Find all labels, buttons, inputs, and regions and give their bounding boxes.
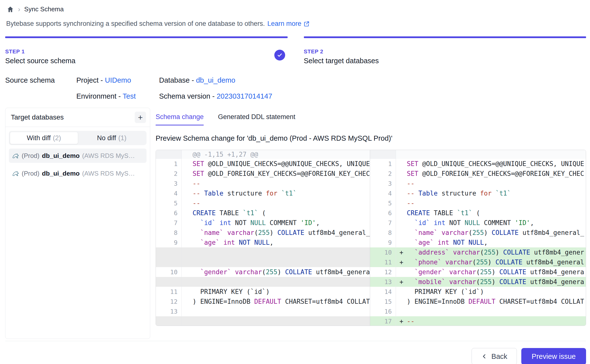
back-button[interactable]: Back <box>472 348 517 364</box>
code-line: `mobile` varchar(255) COLLATE utf8mb4_ge… <box>407 278 586 286</box>
code-line: -- <box>407 318 586 325</box>
line-number: 4 <box>156 188 182 198</box>
diff-context-row: 3-- <box>156 179 370 188</box>
line-number <box>156 257 182 267</box>
target-database-item[interactable]: (Prod)db_ui_demo(AWS RDS MyS… <box>9 149 147 163</box>
line-number: 2 <box>156 169 182 179</box>
line-number <box>156 316 182 326</box>
diff-context-row: 7 `id` int NOT NULL COMMENT 'ID', <box>370 218 586 228</box>
line-number: 12 <box>370 267 396 277</box>
code-line: PRIMARY KEY (`id`) <box>407 288 586 295</box>
diff-context-row: 11 PRIMARY KEY (`id`) <box>156 287 370 297</box>
diff-added-row: 10+ `address` varchar(255) COLLATE utf8m… <box>370 247 586 257</box>
diff-context-row: 9 `age` int NOT NULL, <box>156 238 370 247</box>
line-number <box>156 150 182 159</box>
line-number: 14 <box>370 287 396 297</box>
mysql-icon <box>12 152 19 159</box>
line-number: 3 <box>156 179 182 188</box>
database-field: Database - db_ui_demo <box>159 76 586 84</box>
code-line: `address` varchar(255) COLLATE utf8mb4_g… <box>407 249 586 256</box>
line-number: 9 <box>370 238 396 247</box>
add-target-database-button[interactable]: + <box>135 112 146 123</box>
preview-issue-button[interactable]: Preview issue <box>521 348 586 364</box>
code-line: SET @OLD_UNIQUE_CHECKS=@@UNIQUE_CHECKS, … <box>407 160 586 167</box>
home-icon[interactable] <box>7 6 14 13</box>
line-number <box>370 150 396 159</box>
line-number: 7 <box>156 218 182 228</box>
diff-context-row: 7 `id` int NOT NULL COMMENT 'ID', <box>156 218 370 228</box>
db-environment: (Prod) <box>22 170 39 177</box>
code-line: SET @OLD_FOREIGN_KEY_CHECKS=@@FOREIGN_KE… <box>193 170 370 177</box>
diff-context-row: 4-- Table structure for `t1` <box>156 188 370 198</box>
diff-context-row: 12) ENGINE=InnoDB DEFAULT CHARSET=utf8mb… <box>156 297 370 306</box>
line-number: 11 <box>156 287 182 297</box>
database-link[interactable]: db_ui_demo <box>196 76 235 84</box>
project-link[interactable]: UIDemo <box>105 76 131 84</box>
page-title: Sync Schema <box>24 5 64 13</box>
code-line: `id` int NOT NULL COMMENT 'ID', <box>407 219 586 227</box>
code-line: -- <box>407 180 586 187</box>
line-number: 1 <box>370 159 396 169</box>
diff-context-row: 3-- <box>370 179 586 188</box>
diff-hunk-header-row <box>370 150 586 159</box>
code-line: `phone` varchar(255) COLLATE utf8mb4_gen… <box>407 258 586 266</box>
code-line: ) ENGINE=InnoDB DEFAULT CHARSET=utf8mb4 … <box>407 298 586 305</box>
diff-context-row: 1SET @OLD_UNIQUE_CHECKS=@@UNIQUE_CHECKS,… <box>156 159 370 169</box>
line-number: 6 <box>370 208 396 218</box>
breadcrumb: › Sync Schema <box>5 5 586 13</box>
code-line: CREATE TABLE `t1` ( <box>407 209 586 217</box>
tab-no-diff[interactable]: No diff (1) <box>78 132 146 144</box>
line-number: 1 <box>156 159 182 169</box>
line-number: 15 <box>370 297 396 306</box>
line-number: 11 <box>370 257 396 267</box>
diff-context-row: 8 `name` varchar(255) COLLATE utf8mb4_ge… <box>156 228 370 238</box>
chevron-left-icon <box>481 353 488 360</box>
mysql-icon <box>12 170 19 177</box>
diff-context-row: 15) ENGINE=InnoDB DEFAULT CHARSET=utf8mb… <box>370 297 586 306</box>
target-databases-title: Target databases <box>11 113 64 121</box>
line-number: 2 <box>370 169 396 179</box>
diff-context-row: 5-- <box>156 198 370 208</box>
diff-context-row: 9 `age` int NOT NULL, <box>370 238 586 247</box>
schema-version-link[interactable]: 20230317014147 <box>217 92 272 100</box>
diff-filter-tabs: With diff (2) No diff (1) <box>9 131 147 145</box>
diff-context-row: 5-- <box>370 198 586 208</box>
code-line: `age` int NOT NULL, <box>193 239 370 246</box>
diff-context-row: 13 <box>156 306 370 316</box>
learn-more-link[interactable]: Learn more <box>267 20 310 28</box>
code-line: -- <box>193 199 370 207</box>
db-instance-suffix: (AWS RDS MyS… <box>82 152 135 160</box>
tab-generated-ddl[interactable]: Generated DDL statement <box>218 113 295 125</box>
diff-added-row: 11+ `phone` varchar(255) COLLATE utf8mb4… <box>370 257 586 267</box>
diff-sign: + <box>396 278 407 286</box>
code-line: `age` int NOT NULL, <box>407 239 586 246</box>
external-link-icon <box>303 21 310 27</box>
line-number: 8 <box>370 228 396 238</box>
diff-pane-source: @@ -1,15 +1,27 @@1SET @OLD_UNIQUE_CHECKS… <box>156 150 370 326</box>
target-database-item[interactable]: (Prod)db_ui_demo(AWS RDS MyS… <box>9 166 147 181</box>
line-number: 3 <box>370 179 396 188</box>
code-line: `gender` varchar(255) COLLATE utf8mb4_ge… <box>407 268 586 276</box>
code-line: -- <box>193 180 370 187</box>
line-number: 13 <box>156 306 182 316</box>
line-number: 9 <box>156 238 182 247</box>
source-schema-summary: Source schema Project - UIDemo Database … <box>5 76 586 100</box>
db-environment: (Prod) <box>22 152 39 160</box>
schema-diff-viewer: @@ -1,15 +1,27 @@1SET @OLD_UNIQUE_CHECKS… <box>156 150 586 326</box>
chevron-right-icon: › <box>18 6 20 13</box>
code-line: -- Table structure for `t1` <box>193 190 370 197</box>
diff-context-row: 4-- Table structure for `t1` <box>370 188 586 198</box>
line-number: 4 <box>370 188 396 198</box>
footer-divider <box>5 341 586 341</box>
code-line: `name` varchar(255) COLLATE utf8mb4_gene… <box>193 229 370 236</box>
step-1-label: STEP 1 <box>5 48 288 55</box>
line-number: 8 <box>156 228 182 238</box>
code-line: -- <box>407 199 586 207</box>
environment-link[interactable]: Test <box>123 92 136 100</box>
diff-spacer-row <box>156 257 370 267</box>
tab-schema-change[interactable]: Schema change <box>156 113 204 125</box>
db-name: db_ui_demo <box>42 152 80 160</box>
diff-added-row: 13+ `mobile` varchar(255) COLLATE utf8mb… <box>370 277 586 287</box>
db-name: db_ui_demo <box>42 170 80 177</box>
tab-with-diff[interactable]: With diff (2) <box>10 132 78 144</box>
